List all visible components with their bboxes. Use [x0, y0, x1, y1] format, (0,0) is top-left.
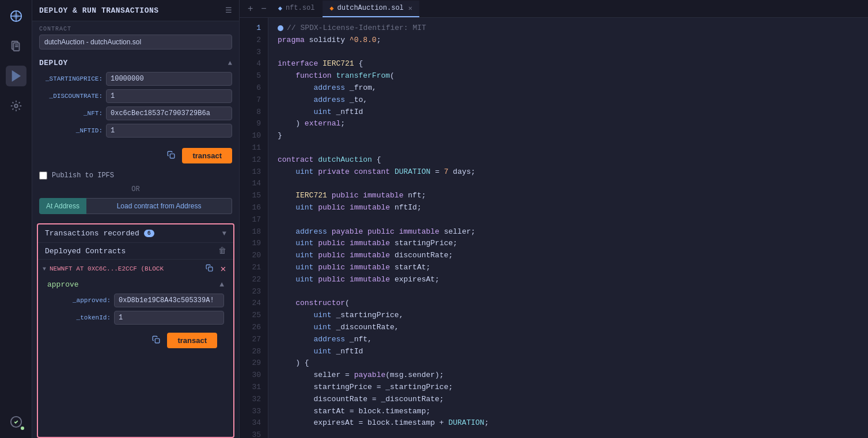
code-line-24: constructor(	[278, 298, 859, 310]
contract-instance-header: ▼ NEWNFT AT 0XC6C...E2CCF (BLOCK ✕	[43, 263, 229, 275]
dutch-tab-icon: ◆	[329, 4, 333, 13]
code-line-23	[278, 286, 859, 298]
zoom-out-button[interactable]: −	[257, 0, 270, 17]
load-contract-button[interactable]: Load contract from Address	[86, 198, 232, 214]
publish-checkbox[interactable]	[39, 172, 47, 180]
ln-5: 5	[240, 70, 268, 82]
code-line-35	[278, 429, 859, 438]
approve-copy-button[interactable]	[150, 333, 162, 348]
ln-16: 16	[240, 202, 268, 214]
code-line-33: startAt = block.timestamp;	[278, 406, 859, 418]
approve-actions: transact	[47, 330, 224, 353]
code-line-1: // SPDX-License-Identifier: MIT	[278, 22, 859, 35]
tx-header-left: Transactions recorded 6	[45, 229, 154, 238]
code-line-26: uint _discountRate,	[278, 322, 859, 334]
ln-26: 26	[240, 322, 268, 334]
code-content: // SPDX-License-Identifier: MIT pragma s…	[268, 18, 868, 438]
ln-20: 20	[240, 250, 268, 262]
ln-32: 32	[240, 394, 268, 406]
editor-area: + − ◆ nft.sol ◆ dutchAuction.sol ✕ 1 2 3…	[240, 0, 868, 438]
ln-22: 22	[240, 274, 268, 286]
deploy-section-title: DEPLOY	[39, 59, 68, 67]
ln-4: 4	[240, 58, 268, 70]
editor-tabs: + − ◆ nft.sol ◆ dutchAuction.sol ✕	[240, 0, 868, 18]
deploy-panel: DEPLOY & RUN TRANSACTIONS ☰ CONTRACT dut…	[32, 0, 240, 438]
deployed-title: Deployed Contracts	[45, 247, 126, 256]
param-row-nftid: _NFTID:	[39, 124, 232, 138]
icon-sidebar	[0, 0, 32, 438]
publish-label: Publish to IPFS	[52, 172, 114, 180]
nftid-input[interactable]	[106, 124, 232, 138]
zoom-in-button[interactable]: +	[244, 0, 256, 17]
deploy-copy-button[interactable]	[165, 148, 177, 163]
approved-label: _approved:	[47, 297, 111, 304]
svg-point-1	[14, 14, 18, 18]
ln-14: 14	[240, 178, 268, 190]
ln-2: 2	[240, 35, 268, 47]
tab-close-icon[interactable]: ✕	[408, 4, 412, 13]
deploy-button[interactable]	[6, 66, 26, 86]
code-line-6: address _from,	[278, 82, 859, 94]
deploy-chevron-icon: ▲	[228, 59, 232, 67]
code-line-28: uint _nftId	[278, 346, 859, 358]
plugin-button[interactable]	[6, 96, 26, 116]
tx-header-row[interactable]: Transactions recorded 6 ▼	[38, 224, 233, 242]
code-line-10: }	[278, 130, 859, 142]
param-row-discountrate: _DISCOUNTRATE:	[39, 89, 232, 103]
code-line-29: ) {	[278, 357, 859, 370]
at-address-row: At Address Load contract from Address	[39, 198, 232, 214]
ln-10: 10	[240, 130, 268, 142]
code-container: 1 2 3 4 5 6 7 8 9 10 11 12 13 14 15 16 1…	[240, 18, 868, 438]
approved-input[interactable]	[114, 294, 224, 307]
ln-31: 31	[240, 382, 268, 394]
approved-param-row: _approved:	[47, 294, 224, 307]
nft-label: _NFT:	[39, 110, 103, 117]
trash-icon[interactable]: 🗑	[218, 246, 226, 256]
ln-9: 9	[240, 118, 268, 130]
contract-select[interactable]: dutchAuction - dutchAuction.sol	[39, 35, 232, 49]
code-line-3	[278, 47, 859, 59]
logo-button[interactable]	[6, 6, 26, 26]
ln-24: 24	[240, 298, 268, 310]
panel-menu-icon[interactable]: ☰	[225, 6, 232, 15]
verify-button[interactable]	[6, 412, 26, 432]
approve-transact-button[interactable]: transact	[167, 333, 217, 348]
code-line-34: expiresAt = block.timestamp + DURATION;	[278, 417, 859, 429]
deployed-row: Deployed Contracts 🗑	[38, 242, 233, 259]
ln-12: 12	[240, 154, 268, 166]
ln-18: 18	[240, 226, 268, 238]
deploy-transact-button[interactable]: transact	[182, 148, 232, 163]
code-line-17	[278, 214, 859, 226]
panel-header: DEPLOY & RUN TRANSACTIONS ☰	[32, 0, 239, 21]
at-address-button[interactable]: At Address	[39, 198, 86, 214]
approve-section: approve ▲ _approved: _tokenId:	[43, 275, 229, 356]
ln-27: 27	[240, 334, 268, 346]
code-line-30: seller = payable(msg.sender);	[278, 370, 859, 382]
line-numbers: 1 2 3 4 5 6 7 8 9 10 11 12 13 14 15 16 1…	[240, 18, 268, 438]
param-row-startingprice: _STARTINGPRICE:	[39, 72, 232, 86]
contract-instance: ▼ NEWNFT AT 0XC6C...E2CCF (BLOCK ✕ appro…	[38, 259, 233, 360]
code-line-4: interface IERC721 {	[278, 58, 859, 70]
instance-chevron-icon: ▼	[43, 266, 46, 272]
startingprice-input[interactable]	[106, 72, 232, 86]
publish-row: Publish to IPFS	[32, 168, 239, 183]
ln-28: 28	[240, 346, 268, 358]
tx-title: Transactions recorded	[45, 229, 139, 238]
instance-close-button[interactable]: ✕	[218, 264, 229, 275]
code-line-19: uint public immutable startingPrice;	[278, 238, 859, 250]
tab-nft-sol[interactable]: ◆ nft.sol	[271, 1, 322, 17]
tokenid-input[interactable]	[114, 311, 224, 325]
code-line-14	[278, 178, 859, 190]
discountrate-input[interactable]	[106, 89, 232, 103]
nft-tab-label: nft.sol	[286, 4, 314, 12]
instance-copy-button[interactable]	[203, 263, 215, 275]
ln-15: 15	[240, 190, 268, 202]
nft-input[interactable]	[106, 106, 232, 120]
tx-section: Transactions recorded 6 ▼ Deployed Contr…	[37, 223, 234, 438]
files-button[interactable]	[6, 36, 26, 56]
panel-title: DEPLOY & RUN TRANSACTIONS	[39, 6, 159, 15]
tx-badge: 6	[144, 230, 154, 237]
ln-6: 6	[240, 82, 268, 94]
tab-dutch-auction-sol[interactable]: ◆ dutchAuction.sol ✕	[323, 1, 419, 17]
ln-35: 35	[240, 429, 268, 438]
